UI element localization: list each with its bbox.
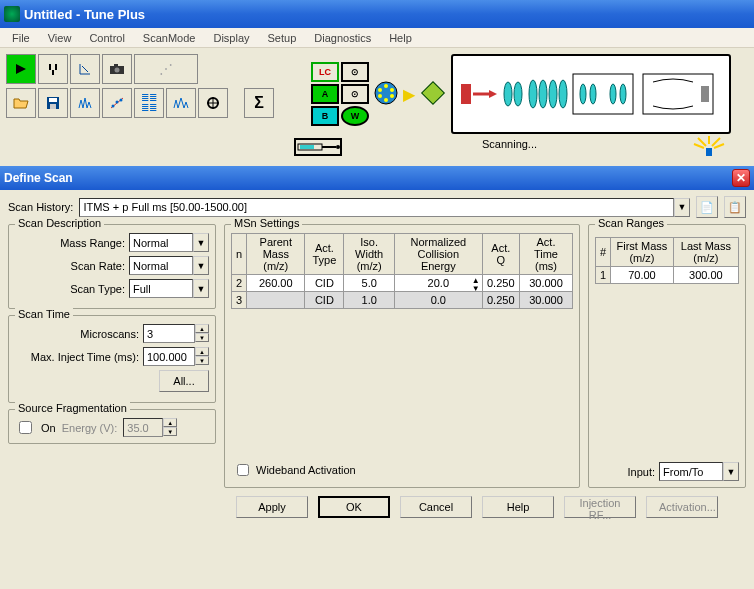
svg-marker-0: [16, 64, 26, 74]
target-button[interactable]: [198, 88, 228, 118]
scan-time-fieldset: Scan Time Microscans: ▲▼ Max. Inject Tim…: [8, 315, 216, 403]
tune-button[interactable]: [38, 54, 68, 84]
help-button[interactable]: Help: [482, 496, 554, 518]
msn-actq[interactable]: 0.250: [482, 292, 519, 309]
msn-actq[interactable]: 0.250: [482, 275, 519, 292]
msn-acttime[interactable]: 30.000: [519, 275, 572, 292]
line-fit-icon: [109, 96, 125, 110]
menu-view[interactable]: View: [40, 30, 80, 46]
menu-file[interactable]: File: [4, 30, 38, 46]
table-row[interactable]: 1 70.00 300.00: [596, 267, 739, 284]
svg-point-28: [580, 84, 586, 104]
extra-slot[interactable]: ⋰: [134, 54, 198, 84]
input-dropdown[interactable]: [659, 462, 723, 481]
menubar: File View Control ScanMode Display Setup…: [0, 28, 754, 48]
dropdown-arrow-icon[interactable]: ▼: [723, 462, 739, 481]
dropdown-arrow-icon[interactable]: ▼: [193, 279, 209, 298]
source-frag-on-checkbox[interactable]: [19, 421, 32, 434]
energy-label: Energy (V):: [62, 422, 118, 434]
ok-button[interactable]: OK: [318, 496, 390, 518]
spin-up-icon[interactable]: ▲: [195, 324, 209, 333]
sigma-button[interactable]: Σ: [244, 88, 274, 118]
max-inject-label: Max. Inject Time (ms):: [31, 351, 139, 363]
mass-range-dropdown[interactable]: [129, 233, 193, 252]
chromatogram-button[interactable]: [166, 88, 196, 118]
mass-range-label: Mass Range:: [60, 237, 125, 249]
scan-history-dropdown[interactable]: [79, 198, 674, 217]
msn-parent[interactable]: 260.00: [247, 275, 305, 292]
tuning-fork-icon: [46, 62, 60, 76]
msn-legend: MSn Settings: [231, 217, 302, 229]
max-inject-input[interactable]: [143, 347, 195, 366]
syringe-icon[interactable]: [294, 138, 342, 156]
separator: [230, 88, 242, 118]
all-button[interactable]: All...: [159, 370, 209, 392]
copy-button[interactable]: 📄: [696, 196, 718, 218]
zoom-button[interactable]: [70, 54, 100, 84]
msn-iso[interactable]: 5.0: [344, 275, 395, 292]
msn-settings-fieldset: MSn Settings n Parent Mass (m/z) Act. Ty…: [224, 224, 580, 488]
app-icon: [4, 6, 20, 22]
sr-last[interactable]: 300.00: [673, 267, 738, 284]
wideband-checkbox[interactable]: [237, 464, 249, 476]
msn-acttype[interactable]: CID: [305, 275, 344, 292]
save-button[interactable]: [38, 88, 68, 118]
scan-rate-dropdown[interactable]: [129, 256, 193, 275]
microscans-input[interactable]: [143, 324, 195, 343]
menu-scanmode[interactable]: ScanMode: [135, 30, 204, 46]
snapshot-button[interactable]: [102, 54, 132, 84]
paste-button[interactable]: 📋: [724, 196, 746, 218]
menu-control[interactable]: Control: [81, 30, 132, 46]
apply-button[interactable]: Apply: [236, 496, 308, 518]
msn-acttype[interactable]: CID: [305, 292, 344, 309]
msn-header-parent: Parent Mass (m/z): [247, 234, 305, 275]
svg-point-23: [529, 80, 537, 108]
msn-parent[interactable]: [247, 292, 305, 309]
close-button[interactable]: ✕: [732, 169, 750, 187]
calibrate-button[interactable]: [102, 88, 132, 118]
svg-point-26: [559, 80, 567, 108]
menu-diagnostics[interactable]: Diagnostics: [306, 30, 379, 46]
panel-title: Define Scan: [4, 171, 73, 185]
scan-type-dropdown[interactable]: [129, 279, 193, 298]
menu-setup[interactable]: Setup: [260, 30, 305, 46]
menu-display[interactable]: Display: [205, 30, 257, 46]
table-row[interactable]: 2 260.00 CID 5.0 20.0▲▼ 0.250 30.000: [232, 275, 573, 292]
msn-n: 2: [232, 275, 247, 292]
autotune-tune-button[interactable]: ≣≣≣≣: [134, 88, 164, 118]
valve-a[interactable]: A: [311, 84, 339, 104]
msn-nce[interactable]: 0.0: [395, 292, 483, 309]
svg-rect-6: [49, 98, 57, 102]
open-button[interactable]: [6, 88, 36, 118]
svg-point-9: [116, 101, 119, 104]
menu-help[interactable]: Help: [381, 30, 420, 46]
table-row[interactable]: 3 CID 1.0 0.0 0.250 30.000: [232, 292, 573, 309]
dropdown-arrow-icon[interactable]: ▼: [674, 198, 690, 217]
svg-point-31: [620, 84, 626, 104]
dropdown-arrow-icon[interactable]: ▼: [193, 233, 209, 252]
sr-index: 1: [596, 267, 611, 284]
dropdown-arrow-icon[interactable]: ▼: [193, 256, 209, 275]
window-title: Untitled - Tune Plus: [24, 7, 145, 22]
panel-body: Scan History: ▼ 📄 📋 Scan Description Mas…: [0, 190, 754, 526]
svg-point-14: [390, 88, 394, 92]
msn-iso[interactable]: 1.0: [344, 292, 395, 309]
spin-up-icon[interactable]: ▲: [195, 347, 209, 356]
scan-ranges-table[interactable]: # First Mass (m/z) Last Mass (m/z) 1 70.…: [595, 237, 739, 284]
valve-b[interactable]: B: [311, 106, 339, 126]
spectrum-button[interactable]: [70, 88, 100, 118]
start-button[interactable]: [6, 54, 36, 84]
valve-w[interactable]: W: [341, 106, 369, 126]
spin-down-icon[interactable]: ▼: [195, 333, 209, 342]
lamp-icon: [692, 134, 728, 160]
spin-down-icon[interactable]: ▼: [195, 356, 209, 365]
svg-rect-36: [322, 146, 336, 148]
scan-history-label: Scan History:: [8, 201, 73, 213]
cancel-button[interactable]: Cancel: [400, 496, 472, 518]
svg-point-8: [112, 105, 115, 108]
sr-first[interactable]: 70.00: [611, 267, 674, 284]
msn-table[interactable]: n Parent Mass (m/z) Act. Type Iso. Width…: [231, 233, 573, 309]
msn-nce[interactable]: 20.0▲▼: [395, 275, 483, 292]
scan-description-fieldset: Scan Description Mass Range: ▼ Scan Rate…: [8, 224, 216, 309]
msn-acttime[interactable]: 30.000: [519, 292, 572, 309]
